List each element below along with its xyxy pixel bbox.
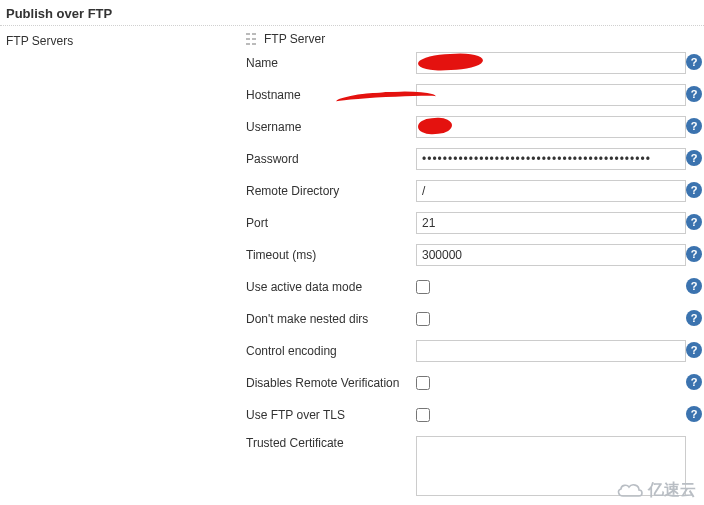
control-encoding-label: Control encoding — [246, 344, 416, 358]
nested-dirs-checkbox[interactable] — [416, 312, 430, 326]
password-label: Password — [246, 152, 416, 166]
row-ftp-tls: Use FTP over TLS ? — [246, 404, 698, 426]
active-mode-label: Use active data mode — [246, 280, 416, 294]
ftp-server-header: FTP Server — [246, 32, 698, 46]
watermark: 亿速云 — [615, 480, 696, 501]
row-port: Port ? — [246, 212, 698, 234]
trusted-cert-label: Trusted Certificate — [246, 436, 416, 450]
help-icon[interactable]: ? — [686, 278, 702, 294]
port-input[interactable] — [416, 212, 686, 234]
active-mode-checkbox[interactable] — [416, 280, 430, 294]
help-icon[interactable]: ? — [686, 182, 702, 198]
row-timeout: Timeout (ms) ? — [246, 244, 698, 266]
help-icon[interactable]: ? — [686, 214, 702, 230]
ftp-tls-label: Use FTP over TLS — [246, 408, 416, 422]
remote-directory-label: Remote Directory — [246, 184, 416, 198]
control-encoding-input[interactable] — [416, 340, 686, 362]
ftp-servers-label: FTP Servers — [6, 34, 73, 48]
row-name: Name ? — [246, 52, 698, 74]
watermark-text: 亿速云 — [648, 480, 696, 501]
cloud-icon — [615, 482, 645, 500]
right-column: FTP Server Name ? Hostname ? Username — [246, 30, 698, 505]
timeout-label: Timeout (ms) — [246, 248, 416, 262]
remote-directory-input[interactable] — [416, 180, 686, 202]
help-icon[interactable]: ? — [686, 54, 702, 70]
help-icon[interactable]: ? — [686, 310, 702, 326]
help-icon[interactable]: ? — [686, 246, 702, 262]
hostname-label: Hostname — [246, 88, 416, 102]
row-control-encoding: Control encoding ? — [246, 340, 698, 362]
ftp-server-label: FTP Server — [264, 32, 325, 46]
row-nested-dirs: Don't make nested dirs ? — [246, 308, 698, 330]
row-disable-verification: Disables Remote Verification ? — [246, 372, 698, 394]
help-icon[interactable]: ? — [686, 342, 702, 358]
help-icon[interactable]: ? — [686, 86, 702, 102]
nested-dirs-label: Don't make nested dirs — [246, 312, 416, 326]
help-icon[interactable]: ? — [686, 374, 702, 390]
password-input[interactable] — [416, 148, 686, 170]
help-icon[interactable]: ? — [686, 406, 702, 422]
row-remote-directory: Remote Directory ? — [246, 180, 698, 202]
disable-verification-label: Disables Remote Verification — [246, 376, 416, 390]
hostname-input[interactable] — [416, 84, 686, 106]
drag-handle-icon[interactable] — [246, 33, 258, 45]
help-icon[interactable]: ? — [686, 150, 702, 166]
row-username: Username ? — [246, 116, 698, 138]
ftp-tls-checkbox[interactable] — [416, 408, 430, 422]
username-label: Username — [246, 120, 416, 134]
row-active-mode: Use active data mode ? — [246, 276, 698, 298]
port-label: Port — [246, 216, 416, 230]
left-column: FTP Servers — [6, 30, 246, 505]
section-title: Publish over FTP — [0, 0, 704, 26]
row-password: Password ? — [246, 148, 698, 170]
help-icon[interactable]: ? — [686, 118, 702, 134]
form-container: FTP Servers FTP Server Name ? Hostname ? — [0, 30, 704, 505]
name-input[interactable] — [416, 52, 686, 74]
row-hostname: Hostname ? — [246, 84, 698, 106]
username-input[interactable] — [416, 116, 686, 138]
timeout-input[interactable] — [416, 244, 686, 266]
disable-verification-checkbox[interactable] — [416, 376, 430, 390]
name-label: Name — [246, 56, 416, 70]
